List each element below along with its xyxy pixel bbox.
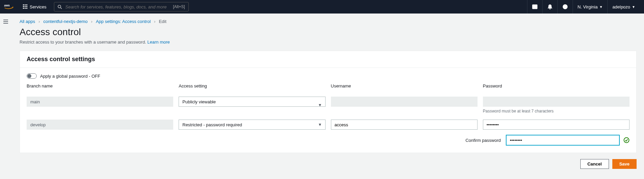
svg-point-10 xyxy=(58,5,61,8)
help-button[interactable] xyxy=(557,0,573,14)
form-actions: Cancel Save xyxy=(20,159,637,169)
access-select-main[interactable]: Publicly viewable xyxy=(179,97,325,107)
col-header-username: Username xyxy=(331,83,478,88)
global-password-toggle-row: Apply a global password - OFF xyxy=(27,73,630,79)
services-label: Services xyxy=(30,4,47,9)
chevron-right-icon: › xyxy=(38,19,40,24)
access-select-main-value: Publicly viewable xyxy=(182,99,216,104)
svg-rect-1 xyxy=(23,4,24,5)
svg-rect-7 xyxy=(23,8,24,9)
svg-rect-3 xyxy=(26,4,27,5)
user-label: adelpozo xyxy=(612,4,630,9)
svg-rect-4 xyxy=(23,6,24,7)
check-ok-icon xyxy=(623,137,630,143)
username-input-main xyxy=(331,97,478,107)
svg-point-15 xyxy=(565,8,565,8)
aws-logo[interactable]: aws xyxy=(4,3,16,10)
password-input-main xyxy=(483,97,630,107)
svg-rect-8 xyxy=(25,8,26,9)
page-description-text: Restrict access to your branches with a … xyxy=(20,40,147,45)
col-header-access: Access setting xyxy=(179,83,325,88)
bell-icon xyxy=(547,4,553,9)
page-title: Access control xyxy=(20,27,637,37)
global-password-toggle-label: Apply a global password - OFF xyxy=(40,74,100,79)
col-header-branch: Branch name xyxy=(27,83,173,88)
cloudshell-icon xyxy=(532,4,538,9)
svg-rect-9 xyxy=(26,8,27,9)
panel-body: Apply a global password - OFF Branch nam… xyxy=(20,68,636,153)
notifications-button[interactable] xyxy=(542,0,557,14)
svg-rect-5 xyxy=(25,6,26,7)
page-description: Restrict access to your branches with a … xyxy=(20,40,637,45)
branch-name-develop xyxy=(27,120,173,130)
password-cell-main: Password must be at least 7 characters xyxy=(483,97,630,113)
access-select-develop-value: Restricted - password required xyxy=(182,122,242,127)
search-icon xyxy=(58,5,62,9)
breadcrumb-current: Edit xyxy=(159,19,166,24)
confirm-password-row: Confirm password xyxy=(27,135,630,145)
grid-icon xyxy=(23,4,28,9)
help-icon xyxy=(562,4,568,9)
save-button[interactable]: Save xyxy=(612,159,637,169)
access-select-develop[interactable]: Restricted - password required xyxy=(179,120,325,130)
toggle-knob xyxy=(27,74,31,78)
panel-header: Access control settings xyxy=(20,51,636,68)
breadcrumb-all-apps[interactable]: All apps xyxy=(20,19,35,24)
chevron-right-icon: › xyxy=(154,19,155,24)
breadcrumb-app[interactable]: contentful-nextjs-demo xyxy=(43,19,88,24)
access-select-main-wrap: Publicly viewable ▼ xyxy=(179,97,325,113)
caret-down-icon: ▼ xyxy=(632,5,635,9)
learn-more-link[interactable]: Learn more xyxy=(147,40,170,45)
username-input-develop[interactable] xyxy=(331,120,478,130)
svg-point-19 xyxy=(624,138,629,143)
sidebar-toggle[interactable] xyxy=(3,19,9,26)
confirm-password-label: Confirm password xyxy=(465,138,501,143)
navbar-right: N. Virginia▼ adelpozo▼ xyxy=(527,0,640,14)
region-selector[interactable]: N. Virginia▼ xyxy=(573,0,608,14)
svg-line-11 xyxy=(61,7,62,8)
page-content: All apps › contentful-nextjs-demo › App … xyxy=(0,14,644,176)
cloudshell-button[interactable] xyxy=(527,0,542,14)
branch-name-main xyxy=(27,97,173,107)
branch-settings-grid: Branch name Access setting Username Pass… xyxy=(27,83,630,130)
caret-down-icon: ▼ xyxy=(599,5,603,9)
password-input-develop[interactable] xyxy=(483,120,630,130)
hamburger-icon xyxy=(3,19,9,25)
cancel-button[interactable]: Cancel xyxy=(580,159,609,169)
region-label: N. Virginia xyxy=(578,4,598,9)
services-menu[interactable]: Services xyxy=(20,0,50,14)
svg-rect-12 xyxy=(532,5,537,9)
settings-panel: Access control settings Apply a global p… xyxy=(20,51,637,153)
svg-text:aws: aws xyxy=(4,4,10,7)
chevron-right-icon: › xyxy=(91,19,92,24)
search-input[interactable] xyxy=(65,4,170,9)
breadcrumb-settings[interactable]: App settings: Access control xyxy=(96,19,151,24)
search-shortcut-hint: [Alt+S] xyxy=(173,4,185,9)
password-hint-main: Password must be at least 7 characters xyxy=(483,109,630,113)
access-select-develop-wrap: Restricted - password required ▼ xyxy=(179,120,325,130)
breadcrumb: All apps › contentful-nextjs-demo › App … xyxy=(20,19,637,24)
top-navbar: aws Services [Alt+S] N. Virginia▼ adelpo… xyxy=(0,0,644,14)
confirm-password-input[interactable] xyxy=(506,135,619,145)
global-password-toggle[interactable] xyxy=(27,73,37,79)
global-search[interactable]: [Alt+S] xyxy=(54,2,189,11)
navbar-left: aws Services [Alt+S] xyxy=(4,0,189,14)
account-menu[interactable]: adelpozo▼ xyxy=(607,0,640,14)
svg-rect-6 xyxy=(26,6,27,7)
col-header-password: Password xyxy=(483,83,630,88)
svg-rect-2 xyxy=(25,4,26,5)
